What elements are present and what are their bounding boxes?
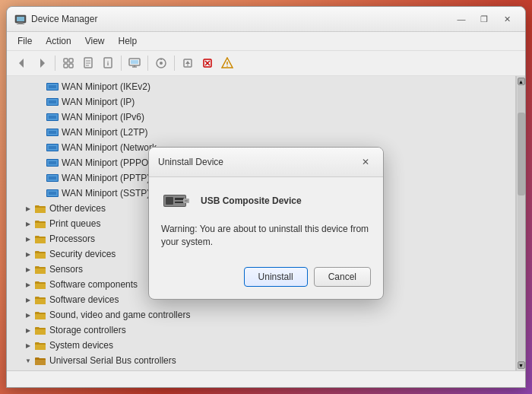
svg-rect-6 [64,59,68,62]
status-bar [7,370,525,387]
scope-button[interactable] [59,54,78,72]
svg-marker-24 [185,61,190,64]
forward-button[interactable] [33,54,51,72]
svg-rect-17 [131,60,138,64]
svg-rect-74 [175,198,184,200]
dialog-device-name: USB Composite Device [201,195,302,206]
svg-rect-77 [185,200,188,202]
separator-4 [174,56,175,71]
computer-button[interactable] [125,54,144,72]
content-area: WAN Miniport (IKEv2) WAN Miniport (IP) W… [7,76,525,370]
svg-rect-73 [166,197,173,205]
window-icon [14,13,27,25]
dialog-buttons: Uninstall Cancel [161,261,371,287]
uninstall-device-button[interactable] [198,54,217,72]
dialog-device-icon [161,189,192,212]
uninstall-device-dialog: Uninstall Device ✕ [148,147,384,300]
minimize-button[interactable]: — [451,11,472,27]
svg-rect-7 [69,59,73,62]
dialog-title-bar: Uninstall Device ✕ [149,148,383,177]
svg-marker-5 [40,59,45,68]
toolbar: i [7,51,525,76]
menu-action[interactable]: Action [40,33,77,49]
svg-rect-1 [17,17,24,21]
dialog-overlay: Uninstall Device ✕ [7,76,525,370]
svg-rect-75 [175,202,184,203]
uninstall-button[interactable]: Uninstall [244,267,308,287]
svg-rect-9 [69,64,73,68]
svg-rect-2 [18,22,23,24]
svg-point-21 [160,62,163,65]
menu-help[interactable]: Help [112,33,144,49]
svg-text:i: i [107,59,109,67]
title-bar: Device Manager — ❐ ✕ [7,7,525,32]
dialog-close-button[interactable]: ✕ [357,154,374,170]
device-manager-window: Device Manager — ❐ ✕ File Action View He… [6,6,526,388]
menu-view[interactable]: View [79,33,111,49]
dialog-title-text: Uninstall Device [158,157,357,167]
maximize-button[interactable]: ❐ [473,11,495,27]
window-title: Device Manager [31,14,451,24]
separator-3 [147,56,148,71]
troubleshoot-button[interactable] [218,54,236,72]
svg-marker-4 [19,59,24,68]
scan-button[interactable] [152,54,170,72]
properties-button[interactable] [79,54,97,72]
svg-rect-8 [64,64,68,68]
menu-bar: File Action View Help [7,32,525,51]
dialog-device-row: USB Composite Device [161,189,371,212]
dialog-body: USB Composite Device Warning: You are ab… [149,177,383,299]
svg-rect-3 [17,24,24,24]
update-driver-button[interactable] [179,54,197,72]
dialog-warning-text: Warning: You are about to uninstall this… [161,223,371,249]
close-button[interactable]: ✕ [496,11,518,27]
svg-point-31 [226,65,228,67]
separator-2 [121,56,122,71]
help-button[interactable]: i [99,54,117,72]
separator-1 [55,56,55,71]
menu-file[interactable]: File [11,33,38,49]
back-button[interactable] [13,54,31,72]
window-controls: — ❐ ✕ [451,11,518,27]
cancel-button[interactable]: Cancel [314,267,371,287]
